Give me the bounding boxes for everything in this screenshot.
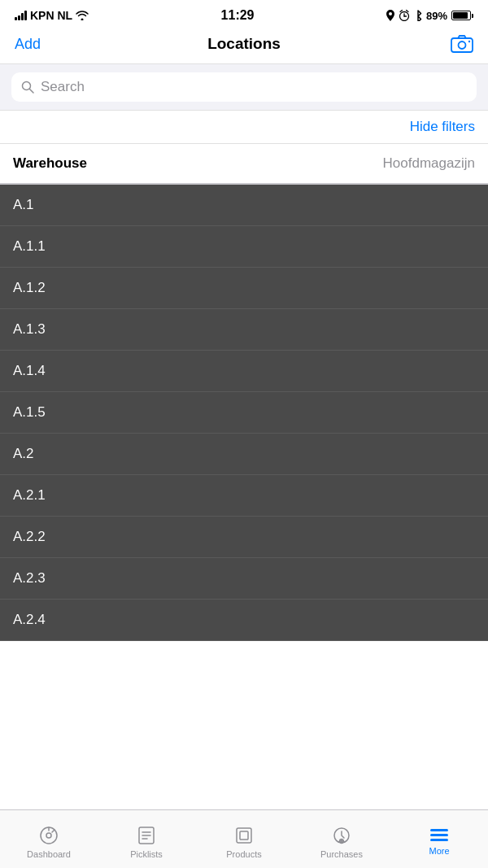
svg-line-4 bbox=[406, 11, 408, 12]
svg-line-13 bbox=[52, 830, 54, 832]
tab-dashboard-label: Dashboard bbox=[27, 849, 71, 859]
search-placeholder: Search bbox=[41, 79, 85, 95]
tab-products[interactable]: Products bbox=[195, 810, 293, 868]
content-area: Search Hide filters Warehouse Hoofdmagaz… bbox=[0, 64, 488, 700]
purchases-icon bbox=[331, 825, 352, 846]
svg-line-9 bbox=[30, 89, 34, 94]
tab-more[interactable]: More bbox=[390, 810, 488, 868]
camera-button[interactable] bbox=[425, 34, 473, 54]
search-box[interactable]: Search bbox=[11, 72, 477, 102]
location-label: A.1.2 bbox=[13, 280, 46, 295]
location-label: A.2 bbox=[13, 446, 34, 461]
list-item[interactable]: A.1.4 bbox=[0, 351, 488, 392]
tab-bar: Dashboard Picklists Products Purchases bbox=[0, 809, 488, 868]
list-item[interactable]: A.1 bbox=[0, 185, 488, 226]
location-label: A.1.1 bbox=[13, 238, 46, 254]
battery-percent: 89% bbox=[426, 10, 447, 22]
location-list: A.1A.1.1A.1.2A.1.3A.1.4A.1.5A.2A.2.1A.2.… bbox=[0, 185, 488, 641]
status-bar: KPN NL 11:29 89% bbox=[0, 0, 488, 28]
list-item[interactable]: A.1.3 bbox=[0, 309, 488, 351]
svg-line-3 bbox=[400, 11, 403, 12]
warehouse-label: Warehouse bbox=[13, 155, 87, 172]
location-label: A.2.3 bbox=[13, 570, 46, 586]
location-icon bbox=[386, 10, 394, 21]
svg-rect-18 bbox=[237, 828, 251, 843]
search-icon bbox=[21, 81, 34, 94]
list-item[interactable]: A.2 bbox=[0, 434, 488, 475]
tab-picklists[interactable]: Picklists bbox=[98, 810, 195, 868]
svg-point-7 bbox=[468, 41, 470, 42]
list-item[interactable]: A.1.5 bbox=[0, 392, 488, 434]
filter-row: Hide filters bbox=[0, 111, 488, 144]
search-container: Search bbox=[0, 64, 488, 111]
status-right: 89% bbox=[386, 10, 473, 22]
nav-bar: Add Locations bbox=[0, 28, 488, 64]
status-left: KPN NL bbox=[15, 9, 89, 22]
alarm-icon bbox=[399, 10, 410, 21]
svg-point-11 bbox=[46, 833, 51, 838]
location-label: A.1.3 bbox=[13, 321, 46, 337]
svg-rect-5 bbox=[451, 38, 473, 52]
list-item[interactable]: A.2.1 bbox=[0, 475, 488, 517]
list-item[interactable]: A.1.2 bbox=[0, 268, 488, 309]
location-label: A.1.5 bbox=[13, 404, 46, 420]
svg-rect-19 bbox=[240, 831, 248, 840]
location-label: A.2.4 bbox=[13, 612, 46, 627]
tab-more-label: More bbox=[429, 846, 449, 856]
page-title: Locations bbox=[207, 35, 281, 53]
list-item[interactable]: A.2.2 bbox=[0, 517, 488, 558]
status-time: 11:29 bbox=[221, 8, 255, 23]
add-button[interactable]: Add bbox=[15, 36, 63, 53]
wifi-icon bbox=[76, 11, 89, 20]
location-label: A.2.1 bbox=[13, 487, 46, 503]
list-item[interactable]: A.2.4 bbox=[0, 600, 488, 641]
tab-picklists-label: Picklists bbox=[130, 849, 163, 859]
warehouse-row: Warehouse Hoofdmagazijn bbox=[0, 144, 488, 185]
picklists-icon bbox=[136, 825, 157, 846]
location-label: A.1 bbox=[13, 197, 34, 212]
tab-products-label: Products bbox=[226, 849, 261, 859]
dashboard-icon bbox=[38, 825, 59, 846]
location-label: A.1.4 bbox=[13, 363, 46, 378]
camera-icon bbox=[451, 34, 473, 54]
location-label: A.2.2 bbox=[13, 529, 46, 544]
svg-point-6 bbox=[458, 41, 465, 49]
tab-purchases-label: Purchases bbox=[320, 849, 363, 859]
signal-icon bbox=[15, 11, 27, 20]
hide-filters-button[interactable]: Hide filters bbox=[410, 119, 475, 135]
tab-purchases[interactable]: Purchases bbox=[293, 810, 390, 868]
warehouse-value: Hoofdmagazijn bbox=[383, 155, 475, 172]
products-icon bbox=[233, 825, 255, 846]
battery-icon bbox=[451, 11, 473, 20]
list-item[interactable]: A.2.3 bbox=[0, 558, 488, 600]
carrier-label: KPN NL bbox=[30, 9, 72, 22]
list-item[interactable]: A.1.1 bbox=[0, 226, 488, 268]
bluetooth-icon bbox=[414, 10, 422, 21]
more-icon bbox=[429, 827, 450, 843]
tab-dashboard[interactable]: Dashboard bbox=[0, 810, 98, 868]
